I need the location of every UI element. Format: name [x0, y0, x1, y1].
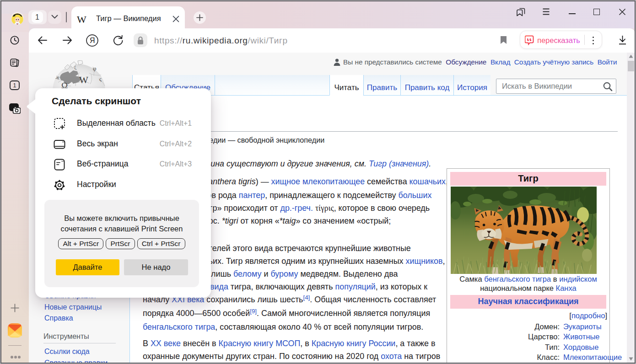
svg-text:1: 1	[13, 82, 16, 89]
svg-text:Я: Я	[90, 37, 95, 44]
svg-text:ς: ς	[99, 76, 102, 82]
svg-text:W: W	[79, 75, 88, 86]
svg-text:Ω: Ω	[61, 81, 68, 88]
svg-text:φ: φ	[93, 65, 97, 72]
